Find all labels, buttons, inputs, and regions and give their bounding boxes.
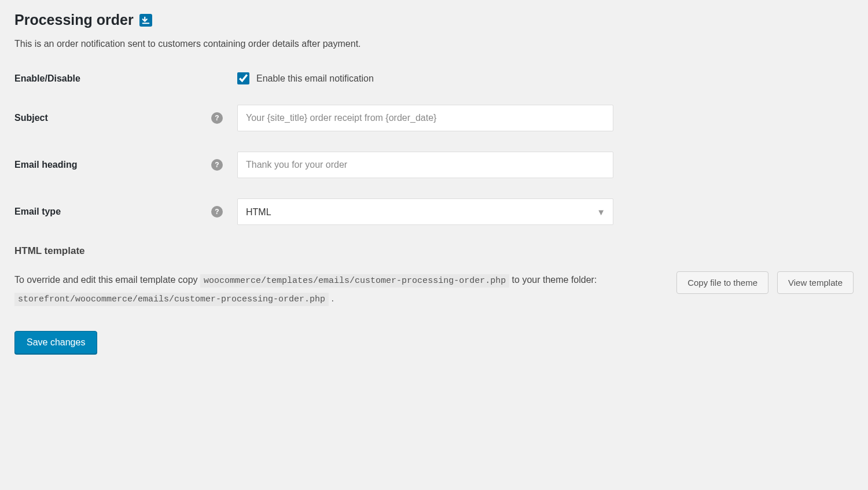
enable-checkbox-label: Enable this email notification [256,73,374,84]
enable-disable-label: Enable/Disable [14,73,211,84]
template-source-path: woocommerce/templates/emails/customer-pr… [200,274,509,288]
help-icon[interactable]: ? [211,159,223,171]
back-icon[interactable] [139,14,152,27]
html-template-heading: HTML template [14,245,854,257]
copy-file-to-theme-button[interactable]: Copy file to theme [676,271,768,294]
template-description: To override and edit this email template… [14,271,665,308]
page-description: This is an order notification sent to cu… [14,39,854,49]
template-dest-path: storefront/woocommerce/emails/customer-p… [14,293,329,306]
subject-input[interactable] [237,105,613,131]
email-type-select[interactable]: HTML [237,198,613,225]
save-changes-button[interactable]: Save changes [14,331,97,354]
help-icon[interactable]: ? [211,112,223,124]
subject-label: Subject [14,113,211,123]
email-type-label: Email type [14,207,211,217]
email-heading-label: Email heading [14,160,211,170]
view-template-button[interactable]: View template [777,271,854,294]
page-title: Processing order [14,12,134,28]
enable-checkbox[interactable] [237,72,249,84]
help-icon[interactable]: ? [211,206,223,218]
email-heading-input[interactable] [237,152,613,178]
